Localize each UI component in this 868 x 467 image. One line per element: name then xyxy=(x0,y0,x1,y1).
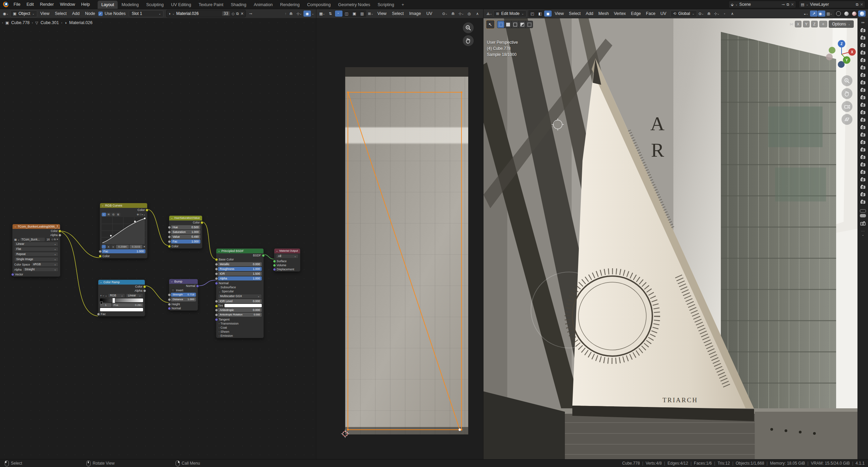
uv-menu-view[interactable]: View xyxy=(375,9,389,18)
workspace-tab-layout[interactable]: Layout xyxy=(98,1,118,9)
hue-slider[interactable]: Hue0.500 xyxy=(171,225,200,229)
shading-wireframe-icon[interactable] xyxy=(835,11,842,17)
fake-user-shield-icon[interactable]: ◇ xyxy=(52,238,53,241)
vp-menu-uv[interactable]: UV xyxy=(658,9,669,18)
curve-handle-vector-icon[interactable]: ∧ xyxy=(106,245,111,249)
vp-camera-view-button[interactable] xyxy=(842,101,852,112)
material-slot-dropdown[interactable]: Slot 1⌄ xyxy=(129,10,163,17)
interpolation-dropdown[interactable]: Linear⌄ xyxy=(126,293,143,298)
remove-stop-icon[interactable]: − xyxy=(102,294,104,297)
render-visibility-camera-icon[interactable] xyxy=(860,42,866,48)
source-dropdown[interactable]: Single Image⌄ xyxy=(14,257,58,261)
socket-color-out[interactable] xyxy=(143,285,146,288)
go-to-parent-node-tree-icon[interactable]: ↑ xyxy=(285,12,287,16)
copy-material-icon[interactable]: ⧉ xyxy=(236,12,239,16)
gizmo-axis-neg-x[interactable] xyxy=(829,47,835,54)
stop-position-slider[interactable]: Pos0.281 xyxy=(112,303,143,307)
render-visibility-camera-icon[interactable] xyxy=(860,139,866,145)
mirror-x-button[interactable]: X xyxy=(795,21,802,27)
uv-select-face-icon[interactable]: ▣ xyxy=(351,11,358,17)
active-tool-select-box[interactable]: ↖ xyxy=(486,20,494,28)
proportional-falloff-icon[interactable]: ∧ xyxy=(474,11,481,17)
select-mode-intersect-button[interactable] xyxy=(526,21,533,28)
properties-toggle-pill[interactable] xyxy=(860,209,866,213)
interpolation-dropdown[interactable]: Linear⌄ xyxy=(14,242,58,246)
zoom-out-icon[interactable]: ⊡ xyxy=(139,213,142,216)
vp-menu-view[interactable]: View xyxy=(552,9,566,18)
visibility-dropdown-icon[interactable]: ◒⌄ xyxy=(802,11,810,17)
render-visibility-camera-icon[interactable] xyxy=(860,192,866,198)
material-name-field[interactable]: Material.026 xyxy=(176,11,220,16)
color-mode-dropdown[interactable]: RGB⌄ xyxy=(108,293,125,298)
render-visibility-camera-icon[interactable] xyxy=(860,27,866,34)
gizmos-toggle-icon[interactable]: ↗ xyxy=(810,11,817,17)
section-emission[interactable]: ›Emission xyxy=(216,334,263,338)
ior-level-slider[interactable]: IOR Level0.000 xyxy=(218,299,262,303)
socket-bsdf-out[interactable] xyxy=(262,254,265,257)
shading-solid-icon[interactable] xyxy=(843,11,850,17)
node-hsv[interactable]: ⌄Hue/Saturation/Value Color Hue0.500 Sat… xyxy=(169,215,202,249)
render-visibility-camera-icon[interactable] xyxy=(860,177,866,183)
curve-extend-dropdown-icon[interactable]: ⌄ xyxy=(143,213,145,216)
snap-target-icon[interactable]: ✧ xyxy=(819,21,827,27)
socket-alpha-out[interactable] xyxy=(58,234,61,237)
workspace-tab-modeling[interactable]: Modeling xyxy=(118,1,142,9)
render-visibility-camera-icon[interactable] xyxy=(860,72,866,78)
select-mode-edge-icon[interactable]: ◧ xyxy=(536,11,544,17)
overlays-dropdown-icon[interactable]: ⌄ xyxy=(312,12,314,15)
uv-pan-button[interactable] xyxy=(463,35,474,46)
vp-menu-add[interactable]: Add xyxy=(584,9,596,18)
section-coat[interactable]: ›Coat xyxy=(216,326,263,330)
render-visibility-camera-icon[interactable] xyxy=(860,110,866,116)
vp-pan-button[interactable] xyxy=(842,88,852,99)
editor-type-uv-icon[interactable]: ▦⌄ xyxy=(318,11,326,17)
menu-window[interactable]: Window xyxy=(57,0,78,9)
anisotropic-slider[interactable]: Anisotropic0.000 xyxy=(218,308,262,312)
vp-toggle-perspective-button[interactable] xyxy=(842,114,852,125)
uv-sync-selection-icon[interactable]: ⇅ xyxy=(327,11,334,17)
workspace-tab-texture-paint[interactable]: Texture Paint xyxy=(195,1,227,9)
fac-slider[interactable]: Fac1.000 xyxy=(102,249,145,253)
section-subsurface[interactable]: ›Subsurface xyxy=(216,285,263,289)
overlays-toggle-icon[interactable]: ◉⌄ xyxy=(818,11,825,17)
ramp-gradient-bar[interactable] xyxy=(100,298,143,302)
render-properties-tab-icon[interactable] xyxy=(860,221,866,227)
socket-alpha-out[interactable] xyxy=(143,289,146,292)
uv-2d-cursor[interactable] xyxy=(341,430,349,438)
image-datablock-row[interactable]: ▦⌄ TCom_Bunk... 16 ◇ ⧉ ✕ xyxy=(14,238,58,241)
select-mode-face-icon[interactable]: ◼ xyxy=(544,11,552,17)
render-visibility-camera-icon[interactable] xyxy=(860,117,866,123)
vp-menu-select[interactable]: Select xyxy=(567,9,583,18)
workspace-tab-geometry-nodes[interactable]: Geometry Nodes xyxy=(334,1,374,9)
editor-type-shader-icon[interactable]: ◉⌄ xyxy=(2,11,9,17)
vp-menu-vertex[interactable]: Vertex xyxy=(611,9,628,18)
vp-zoom-button[interactable] xyxy=(842,75,852,86)
zoom-in-icon[interactable]: ⊕ xyxy=(137,213,139,216)
menu-render[interactable]: Render xyxy=(37,0,57,9)
uv-overlay[interactable] xyxy=(345,67,468,434)
workspace-tab-compositing[interactable]: Compositing xyxy=(303,1,334,9)
mode-dropdown[interactable]: ⊞ Edit Mode⌄ xyxy=(493,10,527,17)
snap-toggle-icon[interactable]: ⋒ xyxy=(287,11,295,17)
fac-slider[interactable]: Fac1.000 xyxy=(171,239,200,244)
properties-toggle-pill[interactable] xyxy=(860,214,866,217)
add-stop-icon[interactable]: + xyxy=(100,294,102,297)
socket-color-out[interactable] xyxy=(58,230,61,233)
uv-menu-select[interactable]: Select xyxy=(390,9,406,18)
node-rgb-curves[interactable]: ⌄RGB Curves Color C R G B ⊕ ⊡ • ⌄ xyxy=(100,203,147,258)
curve-point-x-field[interactable]: 0.2084 xyxy=(116,245,129,249)
unlink-image-icon[interactable]: ✕ xyxy=(56,238,58,241)
curve-handle-auto-icon[interactable]: ◠ xyxy=(102,245,106,249)
projection-dropdown[interactable]: Flat⌄ xyxy=(14,247,58,251)
material-users-count[interactable]: 33 xyxy=(222,11,230,16)
menu-help[interactable]: Help xyxy=(78,0,93,9)
distribution-dropdown[interactable]: Multiscatter GGX⌄ xyxy=(218,294,262,298)
socket-fac-in[interactable] xyxy=(97,313,100,316)
vp-menu-mesh[interactable]: Mesh xyxy=(596,9,611,18)
pivot-point-dropdown-icon[interactable]: ⊙⌄ xyxy=(697,11,705,17)
shader-menu-select[interactable]: Select xyxy=(53,9,69,18)
socket-height-in[interactable] xyxy=(168,303,171,306)
section-sheen[interactable]: ›Sheen xyxy=(216,330,263,334)
pin-icon[interactable]: ⊸ xyxy=(782,2,785,7)
mirror-z-button[interactable]: Z xyxy=(811,21,818,27)
